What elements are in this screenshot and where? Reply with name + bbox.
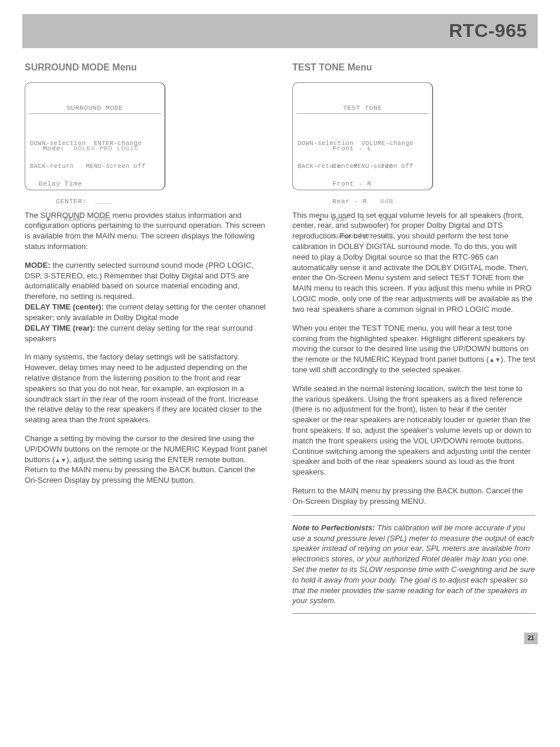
left-column: SURROUND MODE Menu SURROUND MODE Mode: D… bbox=[25, 61, 268, 621]
cursor-arrow-icon bbox=[319, 215, 323, 223]
osd-title: SURROUND MODE bbox=[29, 103, 161, 115]
divider bbox=[292, 613, 535, 614]
osd-subwoofer-label: Subwoofer bbox=[332, 232, 372, 240]
right-p4: Return to the MAIN menu by pressing the … bbox=[292, 486, 535, 507]
osd-hint-2: BACK-return MENU-screen off bbox=[30, 163, 160, 170]
header-bar: RTC-965 bbox=[22, 14, 538, 48]
model-title: RTC-965 bbox=[449, 18, 527, 43]
osd-title: TEST TONE bbox=[296, 103, 429, 115]
note-block: Note to Perfectionists: This calibration… bbox=[292, 523, 535, 607]
page-number: 21 bbox=[524, 632, 538, 644]
osd-subwoofer-value: 0dB bbox=[380, 232, 393, 240]
left-p5: In many systems, the factory delay setti… bbox=[25, 352, 268, 425]
osd-hint-2: BACK-return MENU-screen off bbox=[298, 163, 427, 170]
osd-rear-l-label: Rear - L bbox=[332, 215, 366, 223]
right-p2: When you enter the TEST TONE menu, you w… bbox=[292, 323, 535, 375]
left-p6: Change a setting by moving the cursor to… bbox=[25, 433, 268, 486]
osd-rear-label: REAR: bbox=[64, 215, 86, 223]
osd-rear-value: 20ms bbox=[95, 215, 112, 223]
surround-mode-osd: SURROUND MODE Mode: DOLBY PRO LOGIC Dela… bbox=[25, 82, 166, 190]
osd-hints: DOWN-selection VOLUME-change BACK-return… bbox=[298, 124, 427, 186]
up-down-icon bbox=[55, 455, 66, 464]
note-text: This calibration will be more accurate i… bbox=[292, 523, 535, 605]
delay-rear-label: DELAY TIME (rear): bbox=[25, 324, 95, 332]
osd-rear-l-value: -5dB bbox=[375, 215, 393, 223]
osd-hint-1: DOWN-selection VOLUME-change bbox=[298, 140, 427, 147]
osd-rear-r-label: Rear - R bbox=[332, 197, 367, 205]
right-column: TEST TONE Menu TEST TONE Front - L Cente… bbox=[292, 61, 535, 621]
left-p2: MODE: the currently selected surround so… bbox=[25, 260, 268, 344]
test-tone-osd: TEST TONE Front - L Center 0dB Front - R… bbox=[292, 82, 433, 190]
surround-mode-heading: SURROUND MODE Menu bbox=[25, 61, 268, 74]
test-tone-heading: TEST TONE Menu bbox=[292, 61, 535, 74]
osd-center-label: CENTER: bbox=[56, 197, 86, 205]
delay-center-label: DELAY TIME (center): bbox=[25, 302, 104, 311]
osd-hints: DOWN-selection ENTER-change BACK-return … bbox=[30, 124, 160, 186]
osd-rear-r-value: 0dB bbox=[380, 197, 393, 205]
footer: 21 bbox=[0, 621, 560, 656]
osd-center-value: ____ bbox=[95, 197, 113, 205]
right-p3: While seated in the normal listening loc… bbox=[292, 383, 535, 477]
osd-hint-1: DOWN-selection ENTER-change bbox=[30, 140, 160, 147]
cursor-arrow-icon bbox=[48, 215, 51, 223]
note-label: Note to Perfectionists: bbox=[292, 523, 375, 532]
content-columns: SURROUND MODE Menu SURROUND MODE Mode: D… bbox=[0, 61, 560, 621]
divider bbox=[292, 515, 535, 516]
up-down-icon bbox=[489, 355, 501, 364]
